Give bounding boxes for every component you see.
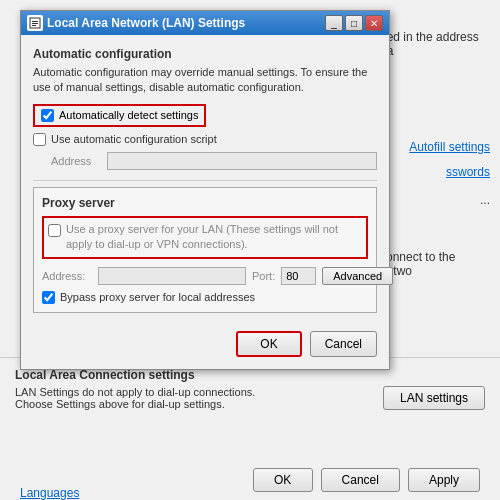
lan-section-desc: LAN Settings do not apply to dial-up con… [15, 386, 373, 410]
browser-apply-button[interactable]: Apply [408, 468, 480, 492]
auto-config-label: Automatic configuration [33, 47, 377, 61]
cancel-button[interactable]: Cancel [310, 331, 377, 357]
svg-rect-1 [32, 21, 38, 22]
minimize-button[interactable]: _ [325, 15, 343, 31]
use-proxy-checkbox[interactable] [48, 224, 61, 237]
bypass-checkbox[interactable] [42, 291, 55, 304]
dialog-buttons: OK Cancel [33, 323, 377, 357]
address-row: Address [51, 152, 377, 170]
proxy-addr-input[interactable] [98, 267, 246, 285]
dialog-content: Automatic configuration Automatic config… [21, 35, 389, 369]
dialog-icon [27, 15, 43, 31]
dialog-title: Local Area Network (LAN) Settings [47, 16, 245, 30]
dialog-title-bar: Local Area Network (LAN) Settings _ □ ✕ [21, 11, 389, 35]
auto-script-checkbox[interactable] [33, 133, 46, 146]
languages-link-text: Languages [20, 486, 79, 500]
autofill-link-text: Autofill settings [409, 140, 490, 154]
proxy-use-row: Use a proxy server for your LAN (These s… [48, 222, 362, 253]
proxy-addr-row: Address: Port: Advanced [42, 267, 368, 285]
lan-section-title: Local Area Connection settings [15, 368, 485, 382]
lan-dialog: Local Area Network (LAN) Settings _ □ ✕ … [20, 10, 390, 370]
detect-settings-label: Automatically detect settings [59, 109, 198, 121]
proxy-addr-label: Address: [42, 270, 92, 282]
connect-text: connect to the netwo [380, 250, 490, 278]
port-input[interactable] [281, 267, 316, 285]
detect-settings-checkbox[interactable] [41, 109, 54, 122]
bypass-label: Bypass proxy server for local addresses [60, 291, 255, 303]
browser-right-text-1: ped in the address ba [380, 30, 490, 58]
detect-settings-highlight: Automatically detect settings [33, 104, 206, 127]
lan-desc-line1: LAN Settings do not apply to dial-up con… [15, 386, 373, 398]
advanced-button[interactable]: Advanced [322, 267, 393, 285]
auto-script-label: Use automatic configuration script [51, 133, 217, 145]
auto-config-desc: Automatic configuration may override man… [33, 65, 377, 96]
proxy-use-highlight: Use a proxy server for your LAN (These s… [42, 216, 368, 259]
maximize-button[interactable]: □ [345, 15, 363, 31]
dots-text: ... [480, 193, 490, 207]
proxy-section-title: Proxy server [42, 196, 368, 210]
lan-settings-button[interactable]: LAN settings [383, 386, 485, 410]
title-bar-left: Local Area Network (LAN) Settings [27, 15, 245, 31]
lan-section-content: LAN Settings do not apply to dial-up con… [15, 386, 485, 410]
close-button[interactable]: ✕ [365, 15, 383, 31]
passwords-link-text: sswords [446, 165, 490, 179]
use-proxy-label: Use a proxy server for your LAN (These s… [66, 222, 362, 253]
autofill-link[interactable]: Autofill settings [409, 140, 490, 154]
passwords-link[interactable]: sswords [446, 165, 490, 179]
port-label: Port: [252, 270, 275, 282]
address-input[interactable] [107, 152, 377, 170]
ok-button[interactable]: OK [236, 331, 301, 357]
svg-rect-3 [32, 25, 36, 26]
browser-ok-button[interactable]: OK [253, 468, 313, 492]
svg-rect-2 [32, 23, 38, 24]
browser-cancel-button[interactable]: Cancel [321, 468, 400, 492]
languages-link[interactable]: Languages [20, 486, 79, 500]
bypass-row: Bypass proxy server for local addresses [42, 291, 368, 304]
lan-desc-line2: Choose Settings above for dial-up settin… [15, 398, 373, 410]
divider-1 [33, 180, 377, 181]
address-label: Address [51, 155, 101, 167]
proxy-section: Proxy server Use a proxy server for your… [33, 187, 377, 313]
title-bar-controls: _ □ ✕ [325, 15, 383, 31]
auto-script-row: Use automatic configuration script [33, 133, 377, 146]
